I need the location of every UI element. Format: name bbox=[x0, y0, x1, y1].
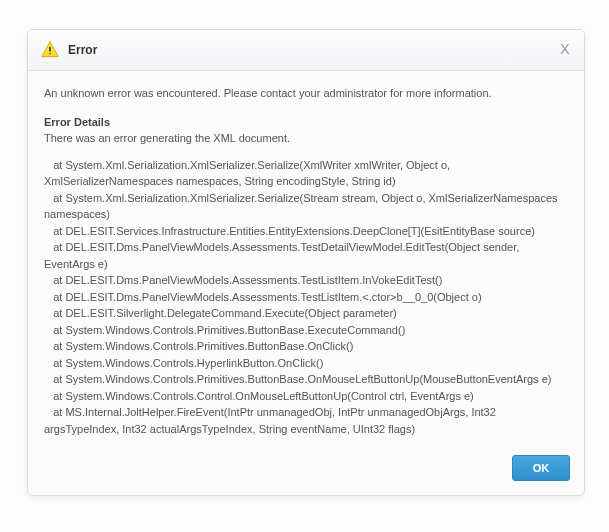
svg-rect-1 bbox=[49, 47, 51, 52]
dialog-footer: OK bbox=[28, 445, 584, 495]
stack-trace-text: at System.Xml.Serialization.XmlSerialize… bbox=[44, 157, 568, 438]
svg-rect-2 bbox=[49, 53, 51, 55]
dialog-title: Error bbox=[68, 43, 97, 57]
warning-icon bbox=[40, 40, 60, 60]
error-intro: An unknown error was encountered. Please… bbox=[44, 85, 568, 102]
dialog-titlebar: Error X bbox=[28, 30, 584, 71]
ok-button[interactable]: OK bbox=[512, 455, 570, 481]
dialog-body: An unknown error was encountered. Please… bbox=[28, 71, 584, 445]
stack-trace: at System.Xml.Serialization.XmlSerialize… bbox=[44, 157, 568, 438]
error-details-message: There was an error generating the XML do… bbox=[44, 130, 568, 147]
error-details-heading: Error Details bbox=[44, 114, 568, 131]
error-dialog: Error X An unknown error was encountered… bbox=[27, 29, 585, 496]
close-button[interactable]: X bbox=[556, 40, 574, 58]
